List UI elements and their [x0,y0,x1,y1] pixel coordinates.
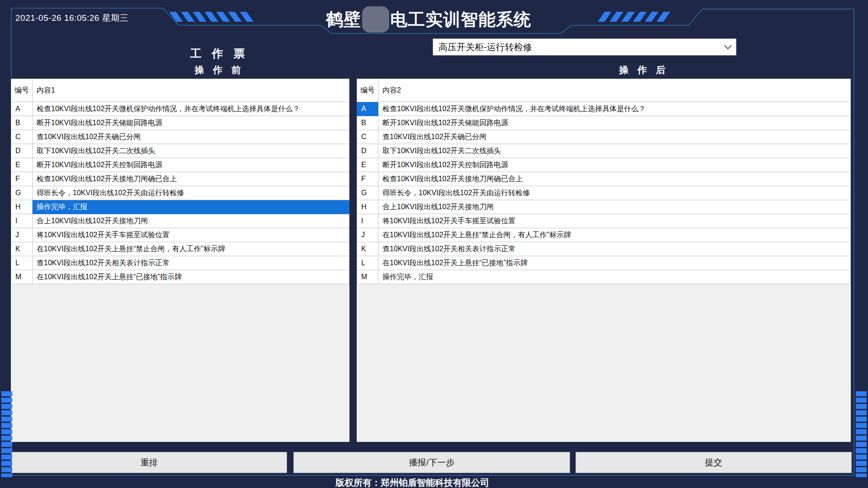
table-row[interactable]: K在10KVI段出线102开关上悬挂“禁止合闸，有人工作”标示牌 [11,242,349,256]
number-column-header: 编号 [11,79,33,102]
row-content-cell[interactable]: 合上10KVI段出线102开关接地刀闸 [33,214,349,228]
row-number-cell[interactable]: F [11,172,33,186]
row-content-cell[interactable]: 查10KVI段出线102开关相关表计指示正常 [33,256,349,270]
table-row[interactable]: G得班长令，10KVI段出线102开关由运行转检修 [357,186,851,200]
table-row[interactable]: D取下10KVI段出线102开关二次线插头 [357,144,851,158]
table-row[interactable]: F检查10KVI段出线102开关接地刀闸确已合上 [357,172,851,186]
stripe [656,12,670,22]
row-number-cell[interactable]: L [11,256,33,270]
row-content-cell[interactable]: 在10KVI段出线102开关上悬挂“已接地”指示牌 [378,256,851,270]
row-number-cell[interactable]: J [11,228,33,242]
table-row[interactable]: F检查10KVI段出线102开关接地刀闸确已合上 [11,172,349,186]
row-number-cell[interactable]: G [11,186,33,200]
content-column-header: 内容1 [33,79,349,102]
table-row[interactable]: H合上10KVI段出线102开关接地刀闸 [357,200,851,214]
table-row[interactable]: A检查10KVI段出线102开关微机保护动作情况，并在考试终端机上选择具体是什么… [11,102,349,116]
table-row[interactable]: M操作完毕，汇报 [357,270,851,284]
row-number-cell[interactable]: D [11,144,33,158]
stripe [181,12,194,22]
row-content-cell[interactable]: 得班长令，10KVI段出线102开关由运行转检修 [378,186,851,200]
row-content-cell[interactable]: 断开10KVI段出线102开关控制回路电源 [378,158,851,172]
decorative-stripes-left [173,12,250,22]
after-operation-label: 操 作 后 [585,64,703,76]
row-number-cell[interactable]: B [357,116,378,130]
row-content-cell[interactable]: 在10KVI段出线102开关上悬挂“禁止合闸，有人工作”标示牌 [378,228,851,242]
table-row[interactable]: L在10KVI段出线102开关上悬挂“已接地”指示牌 [357,256,851,270]
row-content-cell[interactable]: 得班长令，10KVI段出线102开关由运行转检修 [33,186,349,200]
table-row[interactable]: K查10KVI段出线102开关相关表计指示正常 [357,242,851,256]
table-row[interactable]: J在10KVI段出线102开关上悬挂“禁止合闸，有人工作”标示牌 [357,228,851,242]
row-number-cell[interactable]: A [11,102,33,116]
row-content-cell[interactable]: 断开10KVI段出线102开关储能回路电源 [33,116,349,130]
reorder-button[interactable]: 重排 [11,452,287,473]
stripe [204,12,218,22]
row-content-cell[interactable]: 检查10KVI段出线102开关微机保护动作情况，并在考试终端机上选择具体是什么？ [378,102,851,116]
row-number-cell[interactable]: C [11,130,33,144]
row-number-cell[interactable]: J [357,228,378,242]
table-row[interactable]: H操作完毕，汇报 [11,200,349,214]
row-number-cell[interactable]: I [357,214,378,228]
table-row[interactable]: B断开10KVI段出线102开关储能回路电源 [11,116,349,130]
stripe [645,12,658,22]
table-row[interactable]: B断开10KVI段出线102开关储能回路电源 [357,116,851,130]
row-content-cell[interactable]: 检查10KVI段出线102开关接地刀闸确已合上 [378,172,851,186]
row-number-cell[interactable]: A [357,102,378,116]
row-number-cell[interactable]: E [357,158,378,172]
row-content-cell[interactable]: 在10KVI段出线102开关上悬挂“已接地”指示牌 [33,270,349,284]
row-content-cell[interactable]: 检查10KVI段出线102开关微机保护动作情况，并在考试终端机上选择具体是什么？ [33,102,349,116]
table-row[interactable]: G得班长令，10KVI段出线102开关由运行转检修 [11,186,349,200]
decorative-dashes-right [856,391,867,477]
row-number-cell[interactable]: G [357,186,378,200]
row-content-cell[interactable]: 断开10KVI段出线102开关控制回路电源 [33,158,349,172]
table-row[interactable]: E断开10KVI段出线102开关控制回路电源 [11,158,349,172]
broadcast-next-button[interactable]: 播报/下一步 [293,452,570,473]
table-row[interactable]: M在10KVI段出线102开关上悬挂“已接地”指示牌 [11,270,349,284]
row-content-cell[interactable]: 查10KVI段出线102开关确已分闸 [33,130,349,144]
content-column-header: 内容2 [378,79,851,102]
row-content-cell[interactable]: 检查10KVI段出线102开关接地刀闸确已合上 [33,172,349,186]
stripe [621,12,635,22]
row-number-cell[interactable]: L [357,256,378,270]
row-number-cell[interactable]: K [357,242,378,256]
row-content-cell[interactable]: 将10KVI段出线102开关手车摇至试验位置 [33,228,349,242]
submit-button[interactable]: 提交 [576,452,852,473]
row-number-cell[interactable]: D [357,144,378,158]
row-number-cell[interactable]: B [11,116,33,130]
row-number-cell[interactable]: E [11,158,33,172]
table-header-row: 编号 内容2 [357,79,851,102]
table-row[interactable]: C查10KVI段出线102开关确已分闸 [357,130,851,144]
stripe [598,12,611,22]
row-content-cell[interactable]: 操作完毕，汇报 [33,200,349,214]
row-number-cell[interactable]: I [11,214,33,228]
row-number-cell[interactable]: K [11,242,33,256]
row-number-cell[interactable]: M [11,270,33,284]
copyright-text: 版权所有：郑州铂盾智能科技有限公司 [335,477,489,488]
row-number-cell[interactable]: H [11,200,33,214]
row-content-cell[interactable]: 查10KVI段出线102开关确已分闸 [378,130,851,144]
row-content-cell[interactable]: 将10KVI段出线102开关手车摇至试验位置 [378,214,851,228]
chevron-down-icon [724,42,732,50]
title-redaction-blob [362,6,389,33]
stripe [169,12,183,22]
table-row[interactable]: C查10KVI段出线102开关确已分闸 [11,130,349,144]
row-content-cell[interactable]: 在10KVI段出线102开关上悬挂“禁止合闸，有人工作”标示牌 [33,242,349,256]
table-row[interactable]: I合上10KVI段出线102开关接地刀闸 [11,214,349,228]
row-content-cell[interactable]: 取下10KVI段出线102开关二次线插头 [33,144,349,158]
row-content-cell[interactable]: 操作完毕，汇报 [378,270,851,284]
row-number-cell[interactable]: M [357,270,378,284]
row-content-cell[interactable]: 查10KVI段出线102开关相关表计指示正常 [378,242,851,256]
table-row[interactable]: A检查10KVI段出线102开关微机保护动作情况，并在考试终端机上选择具体是什么… [357,102,851,116]
row-number-cell[interactable]: C [357,130,378,144]
number-column-header: 编号 [357,79,378,102]
row-content-cell[interactable]: 断开10KVI段出线102开关储能回路电源 [378,116,851,130]
table-row[interactable]: I将10KVI段出线102开关手车摇至试验位置 [357,214,851,228]
row-content-cell[interactable]: 合上10KVI段出线102开关接地刀闸 [378,200,851,214]
table-row[interactable]: J将10KVI段出线102开关手车摇至试验位置 [11,228,349,242]
row-number-cell[interactable]: F [357,172,378,186]
scenario-select[interactable]: 高压开关柜-运行转检修 [433,38,736,56]
table-row[interactable]: E断开10KVI段出线102开关控制回路电源 [357,158,851,172]
row-number-cell[interactable]: H [357,200,378,214]
table-row[interactable]: D取下10KVI段出线102开关二次线插头 [11,144,349,158]
table-row[interactable]: L查10KVI段出线102开关相关表计指示正常 [11,256,349,270]
row-content-cell[interactable]: 取下10KVI段出线102开关二次线插头 [378,144,851,158]
